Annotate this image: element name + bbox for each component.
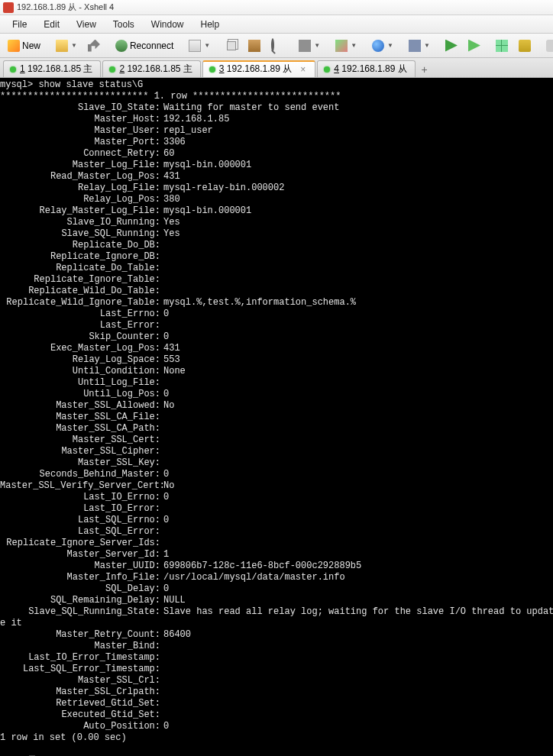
terminal-line: Seconds_Behind_Master:0 — [0, 469, 553, 480]
session-tab-4[interactable]: 4 192.168.1.89 从 — [317, 60, 415, 77]
menu-help[interactable]: Help — [193, 17, 228, 32]
terminal-line: Exec_Master_Log_Pos:431 — [0, 343, 553, 354]
copy-button[interactable] — [221, 37, 242, 55]
terminal-line: Master_SSL_Cipher: — [0, 446, 553, 457]
chevron-down-icon: ▼ — [71, 42, 77, 49]
menubar: File Edit View Tools Window Help — [0, 15, 553, 34]
terminal-line: Master_SSL_Key: — [0, 457, 553, 469]
tool-button[interactable]: ▼ — [404, 37, 435, 55]
terminal-line: e it — [0, 618, 553, 629]
terminal-line: Last_SQL_Error_Timestamp: — [0, 664, 553, 675]
terminal-line: Relay_Log_Space:553 — [0, 354, 553, 366]
terminal-line: Master_Retry_Count:86400 — [0, 629, 553, 641]
new-button[interactable]: New — [3, 37, 45, 55]
color-button[interactable]: ▼ — [331, 37, 361, 55]
terminal-line: Slave_SQL_Running:Yes — [0, 228, 553, 240]
reconnect-icon — [115, 40, 128, 52]
terminal-line: Master_Server_Id:1 — [0, 549, 553, 561]
terminal-line: Master_SSL_Cert: — [0, 435, 553, 446]
terminal-line: Until_Log_File: — [0, 377, 553, 389]
status-dot-icon — [324, 66, 330, 73]
globe-button[interactable]: ▼ — [367, 37, 398, 55]
search-button[interactable] — [267, 37, 288, 55]
terminal-line: Master_SSL_CA_File: — [0, 412, 553, 423]
lock-button[interactable] — [514, 37, 535, 55]
doc-button[interactable]: ▼ — [184, 37, 215, 55]
chat-button[interactable] — [542, 37, 553, 55]
link-button[interactable] — [83, 37, 105, 55]
terminal-line: Replicate_Do_Table: — [0, 263, 553, 274]
terminal-line: Read_Master_Log_Pos:431 — [0, 171, 553, 183]
session-tab-3[interactable]: 3 192.168.1.89 从× — [202, 60, 315, 77]
terminal-line: Last_IO_Error_Timestamp: — [0, 652, 553, 664]
window-titlebar: 192.168.1.89 从 - Xshell 4 — [0, 0, 553, 15]
color-icon — [335, 40, 348, 52]
terminal-line: Retrieved_Gtid_Set: — [0, 698, 553, 709]
chevron-down-icon: ▼ — [351, 42, 357, 49]
open-button[interactable]: ▼ — [51, 37, 82, 55]
terminal-line: Executed_Gtid_Set: — [0, 709, 553, 721]
terminal-line: Replicate_Ignore_DB: — [0, 251, 553, 263]
tabbar: 1 192.168.1.85 主2 192.168.1.85 主3 192.16… — [0, 58, 553, 78]
session-tab-2[interactable]: 2 192.168.1.85 主 — [102, 60, 200, 77]
terminal-line: Last_IO_Error: — [0, 503, 553, 515]
chat-icon — [546, 40, 553, 52]
reconnect-button[interactable]: Reconnect — [111, 37, 178, 55]
menu-tools[interactable]: Tools — [105, 17, 142, 32]
terminal-line: Relay_Log_File:mysql-relay-bin.000002 — [0, 183, 553, 194]
terminal-line: Relay_Log_Pos:380 — [0, 194, 553, 205]
chevron-down-icon: ▼ — [387, 42, 393, 49]
status-dot-icon — [10, 66, 16, 73]
toolbar: New ▼ Reconnect ▼ ▼ ▼ ▼ ▼ ? — [0, 34, 553, 58]
terminal-line: Replicate_Wild_Ignore_Table:mysql.%,test… — [0, 297, 553, 309]
terminal-line: Master_SSL_Crl: — [0, 675, 553, 687]
terminal-line: Master_SSL_Verify_Server_Cert:No — [0, 480, 553, 492]
terminal-line: Replicate_Ignore_Table: — [0, 274, 553, 286]
menu-file[interactable]: File — [5, 17, 34, 32]
terminal-line: Last_SQL_Errno:0 — [0, 515, 553, 526]
paste-icon — [248, 40, 260, 52]
new-icon — [8, 40, 20, 52]
close-icon[interactable]: × — [299, 64, 307, 75]
play-button[interactable] — [441, 37, 462, 55]
terminal[interactable]: mysql> show slave status\G**************… — [0, 78, 553, 756]
grid-button[interactable] — [491, 37, 513, 55]
document-icon — [189, 40, 201, 52]
play2-button[interactable] — [464, 37, 485, 55]
terminal-line: Master_SSL_Allowed:No — [0, 400, 553, 412]
terminal-line: Master_Port:3306 — [0, 137, 553, 148]
app-icon — [3, 2, 14, 13]
print-button[interactable]: ▼ — [294, 37, 325, 55]
menu-view[interactable]: View — [69, 17, 104, 32]
terminal-line: Last_SQL_Error: — [0, 526, 553, 538]
terminal-line: Last_IO_Errno:0 — [0, 492, 553, 503]
printer-icon — [299, 40, 311, 52]
terminal-line: Master_Info_File:/usr/local/mysql/data/m… — [0, 572, 553, 583]
search-icon — [271, 40, 283, 52]
terminal-line: Master_UUID:699806b7-128c-11e6-8bcf-000c… — [0, 561, 553, 572]
paste-button[interactable] — [244, 37, 265, 55]
terminal-line: Master_User:repl_user — [0, 125, 553, 137]
menu-window[interactable]: Window — [144, 17, 192, 32]
terminal-line: Slave_IO_Running:Yes — [0, 217, 553, 228]
terminal-line: Relay_Master_Log_File:mysql-bin.000001 — [0, 205, 553, 217]
terminal-line: Last_Error: — [0, 320, 553, 331]
globe-icon — [372, 40, 384, 52]
terminal-line: Connect_Retry:60 — [0, 148, 553, 160]
terminal-line: Replicate_Wild_Do_Table: — [0, 286, 553, 297]
terminal-line: Skip_Counter:0 — [0, 331, 553, 343]
terminal-line: SQL_Delay:0 — [0, 583, 553, 595]
session-tab-1[interactable]: 1 192.168.1.85 主 — [3, 60, 101, 77]
menu-edit[interactable]: Edit — [36, 17, 67, 32]
add-tab-button[interactable]: + — [417, 62, 432, 77]
terminal-line: Slave_SQL_Running_State:Slave has read a… — [0, 606, 553, 618]
terminal-line: 1 row in set (0.00 sec) — [0, 732, 553, 744]
folder-icon — [56, 40, 68, 52]
terminal-line — [0, 744, 553, 755]
status-dot-icon — [109, 66, 115, 73]
terminal-line: Until_Condition:None — [0, 366, 553, 377]
play-icon — [468, 40, 480, 52]
chevron-down-icon: ▼ — [424, 42, 430, 49]
terminal-line: Replicate_Ignore_Server_Ids: — [0, 538, 553, 549]
terminal-line: Until_Log_Pos:0 — [0, 389, 553, 400]
